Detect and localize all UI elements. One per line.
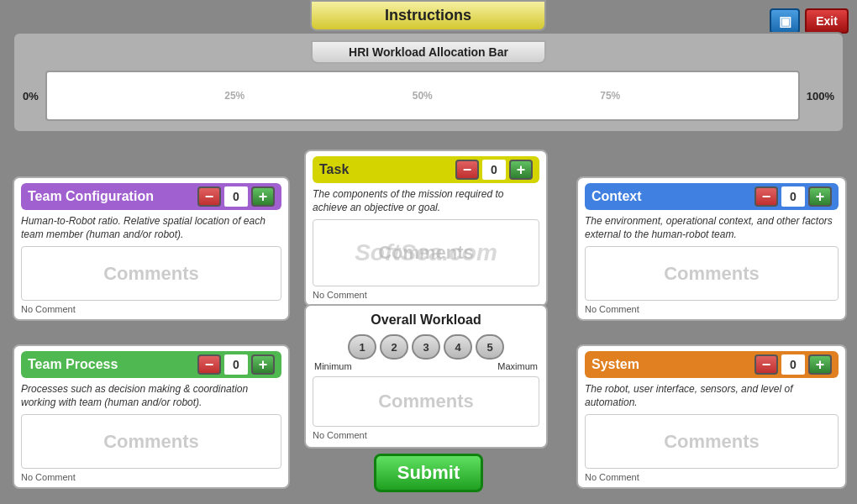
workload-bar-container: 0% 25% 50% 75% 100% <box>23 71 834 121</box>
task-counter: 0 <box>482 160 506 180</box>
team-process-counter: 0 <box>224 354 248 375</box>
marker-50: 50% <box>413 90 433 102</box>
context-minus[interactable]: − <box>754 186 778 207</box>
task-title: Task <box>319 162 452 177</box>
card-system: System − 0 + The robot, user interface, … <box>576 344 847 489</box>
team-process-no-comment: No Comment <box>21 472 281 482</box>
overall-comments[interactable]: Comments <box>313 376 539 427</box>
card-task: Task − 0 + The components of the mission… <box>304 150 548 307</box>
task-desc: The components of the mission required t… <box>313 188 539 214</box>
team-process-minus[interactable]: − <box>197 354 221 375</box>
submit-button[interactable]: Submit <box>374 454 483 492</box>
context-plus[interactable]: + <box>808 186 832 207</box>
rating-label-max: Maximum <box>497 361 538 371</box>
bar-label-right: 100% <box>807 90 834 102</box>
exit-button[interactable]: Exit <box>805 8 849 34</box>
system-plus[interactable]: + <box>808 354 832 375</box>
rating-btn-5[interactable]: 5 <box>476 334 504 360</box>
rating-btn-1[interactable]: 1 <box>348 334 376 360</box>
task-plus[interactable]: + <box>509 160 533 180</box>
hri-title: HRI Workload Allocation Bar <box>311 40 546 64</box>
context-counter: 0 <box>781 186 805 207</box>
system-comments[interactable]: Comments <box>585 414 839 469</box>
rating-labels: Minimum Maximum <box>313 361 539 371</box>
header-title: Instructions <box>385 7 471 24</box>
task-header: Task − 0 + <box>313 156 539 183</box>
context-no-comment: No Comment <box>585 304 839 314</box>
context-desc: The environment, operational context, an… <box>585 215 839 241</box>
team-process-plus[interactable]: + <box>251 354 275 375</box>
task-no-comment: No Comment <box>313 290 539 300</box>
team-config-header: Team Configuration − 0 + <box>21 183 281 210</box>
overall-workload-title: Overall Workload <box>313 312 539 328</box>
team-config-counter: 0 <box>224 186 248 207</box>
card-team-configuration: Team Configuration − 0 + Human-to-Robot … <box>13 176 290 321</box>
context-title: Context <box>591 189 751 204</box>
task-comments[interactable]: SoftSea.com Comments <box>313 219 539 286</box>
team-config-no-comment: No Comment <box>21 304 281 314</box>
rating-buttons: 1 2 3 4 5 <box>313 334 539 360</box>
workload-bar[interactable]: 25% 50% 75% <box>45 71 800 121</box>
system-minus[interactable]: − <box>754 354 778 375</box>
card-team-process: Team Process − 0 + Processes such as dec… <box>13 344 290 489</box>
card-overall-workload: Overall Workload 1 2 3 4 5 Minimum Maxim… <box>304 304 548 449</box>
system-no-comment: No Comment <box>585 472 839 482</box>
system-title: System <box>591 357 751 372</box>
marker-25: 25% <box>224 90 244 102</box>
window-button[interactable]: ▣ <box>770 8 800 34</box>
team-process-title: Team Process <box>28 357 194 372</box>
rating-btn-4[interactable]: 4 <box>444 334 472 360</box>
marker-75: 75% <box>600 90 620 102</box>
submit-label: Submit <box>397 462 460 484</box>
instructions-header: Instructions <box>310 0 546 31</box>
team-config-comments[interactable]: Comments <box>21 246 281 301</box>
system-header: System − 0 + <box>585 351 839 378</box>
rating-btn-2[interactable]: 2 <box>380 334 408 360</box>
team-process-header: Team Process − 0 + <box>21 351 281 378</box>
bar-label-left: 0% <box>23 90 39 102</box>
rating-btn-3[interactable]: 3 <box>412 334 440 360</box>
context-comments[interactable]: Comments <box>585 246 839 301</box>
team-config-desc: Human-to-Robot ratio. Relative spatial l… <box>21 215 281 241</box>
task-minus[interactable]: − <box>455 160 479 180</box>
team-process-comments[interactable]: Comments <box>21 414 281 469</box>
rating-label-min: Minimum <box>314 361 352 371</box>
team-process-desc: Processes such as decision making & coor… <box>21 383 281 409</box>
card-context: Context − 0 + The environment, operation… <box>576 176 847 321</box>
overall-no-comment: No Comment <box>313 430 539 440</box>
context-header: Context − 0 + <box>585 183 839 210</box>
team-config-title: Team Configuration <box>28 189 194 204</box>
top-buttons: ▣ Exit <box>770 8 849 34</box>
system-desc: The robot, user interface, sensors, and … <box>585 383 839 409</box>
team-config-minus[interactable]: − <box>197 186 221 207</box>
system-counter: 0 <box>781 354 805 375</box>
team-config-plus[interactable]: + <box>251 186 275 207</box>
hri-section: HRI Workload Allocation Bar 0% 25% 50% 7… <box>13 32 844 133</box>
